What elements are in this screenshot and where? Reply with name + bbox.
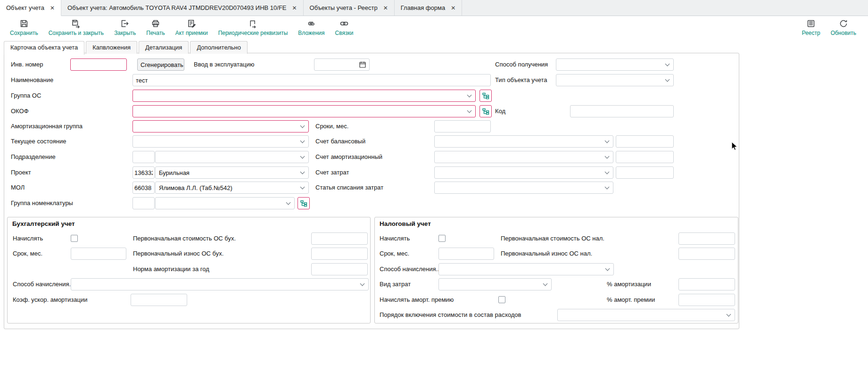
object-type-select[interactable] xyxy=(556,74,674,86)
commissioning-date-input[interactable] xyxy=(314,58,370,71)
accrue-premium-checkbox[interactable] xyxy=(498,296,505,303)
nomenclature-group-label: Группа номенклатуры xyxy=(11,197,73,209)
chevron-down-icon xyxy=(727,312,731,317)
generate-button[interactable]: Сгенерировать xyxy=(137,58,184,71)
object-type-label: Тип объекта учета xyxy=(495,74,547,86)
accel-coef-input[interactable] xyxy=(131,294,187,306)
acceptance-act-button[interactable]: Акт приемки xyxy=(170,18,213,37)
chevron-down-icon xyxy=(605,170,610,174)
link-icon xyxy=(339,19,349,28)
cost-writeoff-select[interactable] xyxy=(434,182,613,194)
close-form-button[interactable]: Закрыть xyxy=(109,18,141,37)
tax-accrue-checkbox[interactable] xyxy=(438,235,446,242)
cost-account-select[interactable] xyxy=(434,166,613,179)
initial-wear-label: Первоначальный износ ОС бух. xyxy=(133,248,223,260)
depreciation-account-code-input[interactable] xyxy=(616,151,674,163)
tax-term-input[interactable] xyxy=(438,248,494,260)
tab-object-card[interactable]: Объект учета ✕ xyxy=(0,0,61,16)
links-button[interactable]: Связки xyxy=(330,18,359,37)
term-input[interactable] xyxy=(71,248,126,260)
tab-label: Объекты учета - Реестр xyxy=(310,4,378,11)
nomenclature-tree-button[interactable] xyxy=(298,197,310,209)
initial-wear-label: Первоначальный износ ОС нал. xyxy=(501,248,592,260)
chevron-down-icon xyxy=(467,93,472,98)
current-state-select[interactable] xyxy=(132,135,309,148)
useful-life-input[interactable] xyxy=(434,120,491,133)
okof-select[interactable] xyxy=(132,105,476,117)
close-icon[interactable]: ✕ xyxy=(451,5,455,11)
toolbar-label: Закрыть xyxy=(114,30,136,36)
inclusion-order-select[interactable] xyxy=(557,309,735,321)
document-pen-icon xyxy=(187,19,196,28)
depreciation-group-select[interactable] xyxy=(132,120,309,133)
calendar-icon xyxy=(359,61,366,68)
mol-code-input[interactable] xyxy=(132,182,155,194)
name-input[interactable] xyxy=(132,74,491,86)
subtab-capex[interactable]: Капвложения xyxy=(86,41,137,54)
tab-label: Объект учета xyxy=(6,4,44,11)
close-icon[interactable]: ✕ xyxy=(292,5,297,11)
annual-rate-input[interactable] xyxy=(311,263,368,275)
accrual-method-select[interactable] xyxy=(71,278,369,290)
mouse-cursor xyxy=(731,141,738,151)
os-group-tree-button[interactable] xyxy=(479,90,492,102)
subtab-additional[interactable]: Дополнительно xyxy=(190,41,248,54)
nomenclature-select[interactable] xyxy=(155,197,295,209)
tax-accrual-method-select[interactable] xyxy=(438,263,614,275)
cost-type-select[interactable] xyxy=(438,278,552,290)
tab-objects-registry[interactable]: Объекты учета - Реестр ✕ xyxy=(304,0,395,16)
save-and-close-button[interactable]: Сохранить и закрыть xyxy=(43,18,109,37)
chevron-down-icon xyxy=(300,124,305,128)
balance-account-label: Счет балансовый xyxy=(315,135,365,148)
depreciation-account-select[interactable] xyxy=(434,151,613,163)
close-icon[interactable]: ✕ xyxy=(50,5,55,11)
okof-label: ОКОФ xyxy=(11,105,29,117)
project-select[interactable]: Бурильная xyxy=(155,166,309,179)
accrue-checkbox[interactable] xyxy=(71,235,78,242)
premium-pct-input[interactable] xyxy=(678,294,735,306)
project-code-input[interactable] xyxy=(132,166,155,179)
toolbar-label: Сохранить xyxy=(10,30,38,36)
inv-number-label: Инв. номер xyxy=(11,58,43,71)
initial-cost-label: Первоначальная стоимость ОС нал. xyxy=(501,232,604,245)
initial-wear-input[interactable] xyxy=(311,248,368,260)
mol-select[interactable]: Ялимова Л.Л. (Таб.№542) xyxy=(155,182,309,194)
acquisition-method-label: Способ получения xyxy=(495,58,548,71)
tax-initial-cost-input[interactable] xyxy=(678,232,735,245)
chevron-down-icon xyxy=(543,282,548,286)
chevron-down-icon xyxy=(300,170,305,174)
refresh-button[interactable]: Обновить xyxy=(826,18,861,37)
department-code-input[interactable] xyxy=(132,151,155,163)
save-button[interactable]: Сохранить xyxy=(5,18,43,37)
accel-coef-label: Коэф. ускор. амортизации xyxy=(13,294,87,306)
select-value: Ялимова Л.Л. (Таб.№542) xyxy=(159,184,232,191)
department-select[interactable] xyxy=(155,151,309,163)
nomenclature-code-input[interactable] xyxy=(132,197,155,209)
okof-tree-button[interactable] xyxy=(479,105,492,117)
subtab-detail[interactable]: Детализация xyxy=(139,41,189,54)
mol-label: МОЛ xyxy=(11,182,25,194)
cost-account-code-input[interactable] xyxy=(616,166,674,179)
balance-account-select[interactable] xyxy=(434,135,613,148)
periodic-attributes-button[interactable]: Периодические реквизиты xyxy=(213,18,293,37)
acquisition-method-select[interactable] xyxy=(556,58,674,71)
save-close-icon xyxy=(71,19,81,28)
initial-cost-input[interactable] xyxy=(311,232,368,245)
toolbar-label: Вложения xyxy=(298,30,324,36)
chevron-down-icon xyxy=(665,62,670,66)
code-input[interactable] xyxy=(570,105,674,117)
tab-object-toyota[interactable]: Объект учета: Автомобиль TOYOTA RAV4 JTM… xyxy=(61,0,304,16)
depreciation-pct-input[interactable] xyxy=(678,278,735,290)
os-group-select[interactable] xyxy=(132,90,476,102)
subtab-card[interactable]: Карточка объекта учета xyxy=(4,41,84,55)
toolbar-label: Акт приемки xyxy=(175,30,208,36)
registry-button[interactable]: Реестр xyxy=(797,18,826,37)
close-icon[interactable]: ✕ xyxy=(383,5,388,11)
tax-initial-wear-input[interactable] xyxy=(678,248,735,260)
balance-account-code-input[interactable] xyxy=(616,135,674,148)
os-group-label: Группа ОС xyxy=(11,90,41,102)
tab-main-form[interactable]: Главная форма ✕ xyxy=(395,0,462,16)
print-button[interactable]: Печать xyxy=(141,18,170,37)
inv-number-input[interactable] xyxy=(70,58,127,71)
attachments-button[interactable]: Вложения xyxy=(293,18,330,37)
